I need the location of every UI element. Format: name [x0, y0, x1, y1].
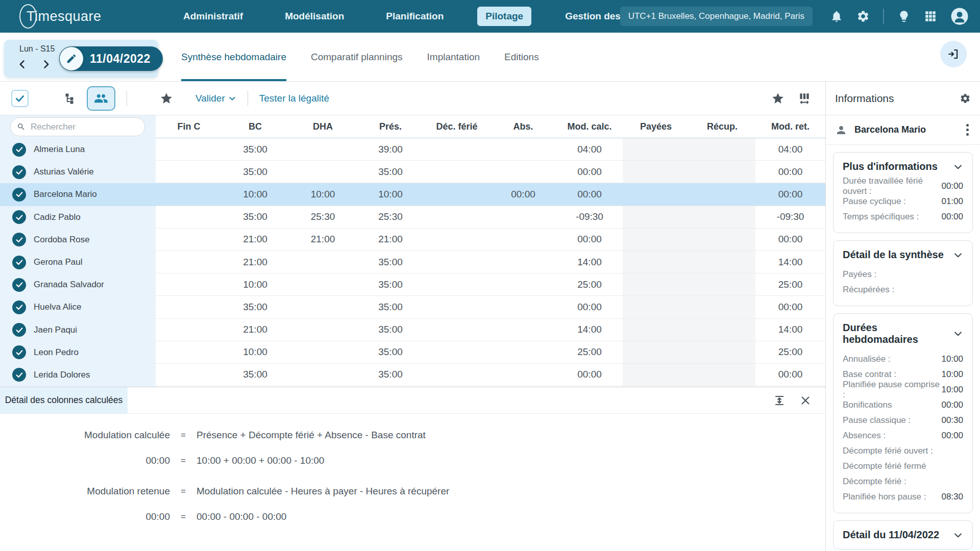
- column-header[interactable]: Récup.: [689, 121, 755, 132]
- cell-bc: 21:00: [222, 319, 288, 341]
- search-input-wrapper[interactable]: [10, 117, 145, 136]
- employee-list-item[interactable]: Barcelona Mario: [0, 183, 156, 206]
- view-tab[interactable]: Synthèse hebdomadaire: [181, 33, 286, 81]
- card-header[interactable]: Durées hebdomadaires: [843, 322, 963, 345]
- column-header[interactable]: Déc. férié: [424, 121, 490, 132]
- menu-item[interactable]: Planification: [378, 7, 452, 26]
- checked-circle-icon[interactable]: [12, 368, 26, 382]
- employee-list-item[interactable]: Leon Pedro: [0, 341, 156, 364]
- cell-abs: [490, 138, 556, 160]
- cell-fin-c: [156, 161, 222, 183]
- favorite-star-icon[interactable]: [771, 92, 785, 105]
- lightbulb-icon[interactable]: [897, 10, 911, 23]
- employee-list-item[interactable]: Granada Salvador: [0, 273, 156, 296]
- view-tab-label: Editions: [504, 52, 539, 63]
- table-row[interactable]: 21:00 21:00 21:00 00:00 00:00: [156, 229, 825, 251]
- table-row[interactable]: 35:00 35:00 00:00 00:00: [156, 296, 825, 318]
- checked-circle-icon[interactable]: [12, 256, 26, 269]
- table-row[interactable]: 10:00 35:00 25:00 25:00: [156, 341, 825, 364]
- column-header[interactable]: Mod. ret.: [755, 121, 825, 132]
- informations-header: Informations: [826, 82, 980, 115]
- checked-circle-icon[interactable]: [12, 233, 26, 246]
- chevron-down-icon[interactable]: [953, 329, 963, 339]
- table-row[interactable]: 10:00 35:00 25:00 25:00: [156, 273, 825, 296]
- cell-abs: [490, 251, 556, 273]
- view-tab[interactable]: Editions: [504, 33, 539, 81]
- date-picker-pill[interactable]: 11/04/2022: [59, 46, 163, 71]
- table-row[interactable]: 21:00 35:00 14:00 14:00: [156, 251, 825, 273]
- chevron-down-icon[interactable]: [953, 530, 963, 540]
- card-header[interactable]: Plus d'informations: [843, 161, 963, 172]
- employee-list-item[interactable]: Asturias Valérie: [0, 161, 156, 183]
- employee-name: Almeria Luna: [34, 144, 85, 155]
- column-width-icon[interactable]: [798, 92, 811, 105]
- next-week-button[interactable]: [41, 59, 51, 69]
- card-header[interactable]: Détail du 11/04/2022: [843, 529, 963, 541]
- column-header[interactable]: Abs.: [490, 121, 556, 132]
- checked-circle-icon[interactable]: [12, 323, 26, 337]
- view-tab[interactable]: Implantation: [427, 33, 480, 81]
- hierarchy-view-icon[interactable]: [64, 92, 77, 105]
- cell-pres: 39:00: [357, 138, 424, 160]
- menu-item[interactable]: Administratif: [175, 7, 251, 26]
- column-header[interactable]: Mod. calc.: [556, 121, 623, 132]
- column-header[interactable]: BC: [222, 121, 288, 132]
- checked-circle-icon[interactable]: [12, 345, 26, 359]
- table-row[interactable]: 21:00 35:00 14:00 14:00: [156, 319, 825, 341]
- timesquare-logo[interactable]: Timesquare: [19, 0, 102, 33]
- expand-vertical-icon[interactable]: [773, 394, 786, 407]
- checked-circle-icon[interactable]: [12, 278, 26, 292]
- checked-circle-icon[interactable]: [12, 300, 26, 314]
- valider-button[interactable]: Valider: [195, 93, 236, 104]
- info-label: Pause cyclique :: [843, 196, 906, 207]
- menu-item[interactable]: Modélisation: [277, 7, 352, 26]
- table-row[interactable]: 35:00 35:00 00:00 00:00: [156, 161, 825, 183]
- employee-list-item[interactable]: Lerida Dolores: [0, 364, 156, 386]
- employee-list-item[interactable]: Almeria Luna: [0, 138, 156, 161]
- employee-list-item[interactable]: Jaen Paqui: [0, 319, 156, 341]
- people-view-button[interactable]: [87, 86, 115, 111]
- table-row[interactable]: 35:00 39:00 04:00 04:00: [156, 138, 825, 161]
- employee-list-item[interactable]: Cadiz Pablo: [0, 206, 156, 229]
- timezone-badge[interactable]: UTC+1 Bruxelles, Copenhague, Madrid, Par…: [620, 7, 813, 26]
- select-all-checkbox[interactable]: [11, 90, 29, 107]
- favorite-star-icon[interactable]: [160, 92, 173, 105]
- table-row[interactable]: 10:00 10:00 10:00 00:00 00:00 00:00: [156, 183, 825, 206]
- gear-icon[interactable]: [856, 10, 870, 23]
- checked-circle-icon[interactable]: [12, 143, 26, 157]
- checked-circle-icon[interactable]: [12, 188, 26, 202]
- employee-list-item[interactable]: Huelva Alice: [0, 296, 156, 318]
- bell-icon[interactable]: [830, 10, 843, 23]
- chevron-down-icon[interactable]: [953, 162, 963, 172]
- avatar-icon[interactable]: [950, 7, 969, 26]
- view-tab[interactable]: Comparatif plannings: [311, 33, 403, 81]
- info-label: Planifiée pause comprise :: [843, 380, 941, 400]
- search-input[interactable]: [30, 121, 134, 133]
- gear-icon[interactable]: [960, 93, 971, 104]
- column-header[interactable]: Fin C: [156, 121, 222, 132]
- cell-abs: [490, 296, 556, 318]
- column-header[interactable]: Payées: [623, 121, 689, 132]
- selected-date: 11/04/2022: [90, 52, 151, 66]
- employee-list-item[interactable]: Cordoba Rose: [0, 229, 156, 251]
- table-row[interactable]: 35:00 35:00 00:00 00:00: [156, 364, 825, 386]
- kebab-menu-icon[interactable]: [964, 122, 971, 138]
- card-plus-informations: Plus d'informations Durée travaillée fér…: [833, 152, 973, 233]
- checked-circle-icon[interactable]: [12, 165, 26, 179]
- apps-grid-icon[interactable]: [924, 10, 937, 23]
- column-header[interactable]: Prés.: [357, 121, 424, 132]
- edit-pencil-icon[interactable]: [60, 47, 83, 70]
- close-icon[interactable]: [800, 395, 811, 406]
- cell-abs: [490, 319, 556, 341]
- employee-name: Barcelona Mario: [34, 189, 97, 199]
- card-header[interactable]: Détail de la synthèse: [843, 249, 963, 261]
- table-row[interactable]: 35:00 25:30 25:30 -09:30 -09:30: [156, 206, 825, 229]
- menu-item[interactable]: Pilotage: [477, 7, 531, 26]
- tester-legalite-link[interactable]: Tester la légalité: [259, 93, 329, 104]
- column-header[interactable]: DHA: [288, 121, 357, 132]
- collapse-panel-button[interactable]: [940, 41, 967, 67]
- chevron-down-icon[interactable]: [953, 250, 963, 260]
- previous-week-button[interactable]: [17, 59, 28, 69]
- employee-list-item[interactable]: Gerona Paul: [0, 251, 156, 273]
- checked-circle-icon[interactable]: [12, 210, 26, 224]
